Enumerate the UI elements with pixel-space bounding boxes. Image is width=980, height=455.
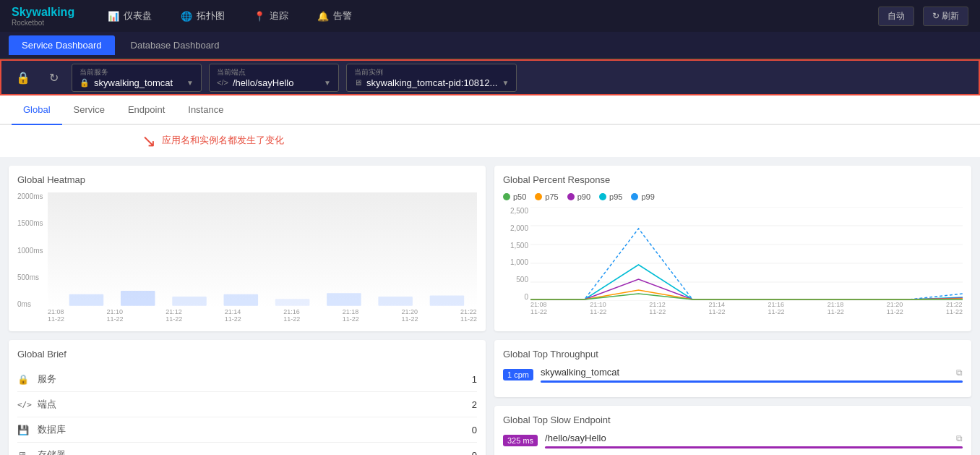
tab-database-dashboard[interactable]: Database Dashboard [118,35,233,55]
endpoint-value: /hello/sayHello [233,77,294,88]
chart-y-1500: 1,500 [503,242,528,250]
legend-p99-label: p99 [641,192,654,201]
brief-title: Global Brief [17,349,477,360]
heatmap-x-7: 21:2211-22 [460,308,477,323]
chart-x-4: 21:1611-22 [768,301,785,315]
tab-global[interactable]: Global [12,95,62,125]
instance-chevron-icon: ▼ [502,79,509,87]
refresh-button[interactable]: ↻ 刷新 [923,7,968,26]
nav-alarm[interactable]: 🔔 告警 [306,5,364,27]
brief-service-label: 服务 [38,373,472,386]
legend-p95: p95 [599,192,622,201]
lock-icon-btn[interactable]: 🔒 [10,68,36,88]
main-tabs: Global Service Endpoint Instance [0,95,980,125]
tab-endpoint[interactable]: Endpoint [116,95,176,125]
chart-y-1000: 1,000 [503,258,528,266]
chart-y-2500: 2,500 [503,207,528,215]
service-value-row: 🔒 skywalking_tomcat ▼ [79,77,194,88]
nav-dashboard[interactable]: 📊 仪表盘 [96,5,163,27]
trace-icon: 📍 [254,11,265,22]
tab-instance[interactable]: Instance [176,95,235,125]
service-label: 当前服务 [79,67,194,77]
legend-p90-label: p90 [577,192,590,201]
tab-service[interactable]: Service [62,95,116,125]
chart-legend: p50 p75 p90 p95 p99 [503,192,963,201]
percent-response-chart-area: 2,500 2,000 1,500 1,000 500 0 [503,207,963,315]
brief-endpoint-icon: </> [17,400,32,409]
heatmap-x-4: 21:1611-22 [283,308,300,323]
heatmap-x-1: 21:1011-22 [107,308,124,323]
instance-value-row: 🖥 skywalking_tomcat-pid:10812... ▼ [354,77,509,88]
chart-y-2000: 2,000 [503,224,528,232]
dashboard-tab-bar: Service Dashboard Database Dashboard [0,32,980,59]
chart-x-3: 21:1411-22 [708,301,725,315]
service-chevron-icon: ▼ [186,79,194,87]
chart-y-labels: 2,500 2,000 1,500 1,000 500 0 [503,207,528,301]
heatmap-y-1500: 1500ms [17,219,46,227]
throughput-name-0: skywalking_tomcat [541,367,956,378]
annotation-text: 应用名和实例名都发生了变化 [162,134,284,147]
nav-items: 📊 仪表盘 🌐 拓扑图 📍 追踪 🔔 告警 [96,5,878,27]
slow-bar-fill-0 [545,446,963,448]
chart-y-0: 0 [503,293,528,301]
slow-item-0: 325 ms /hello/sayHello ⧉ [503,433,963,448]
legend-p99: p99 [631,192,654,201]
heatmap-title: Global Heatmap [17,174,477,185]
heatmap-x-2: 21:1211-22 [166,308,182,323]
topology-icon: 🌐 [181,11,192,22]
endpoint-selector[interactable]: 当前端点 </> /hello/sayHello ▼ [209,64,339,92]
refresh-filter-icon-btn[interactable]: ↻ [43,68,64,88]
slow-bar-bg-0 [545,446,963,448]
global-brief-panel: Global Brief 🔒 服务 1 </> 端点 2 💾 数据库 0 🖥 存… [9,340,486,455]
brief-storage-icon: 🖥 [17,450,32,456]
endpoint-label: 当前端点 [217,67,331,77]
brief-service-icon: 🔒 [17,374,32,385]
brief-database-count: 0 [472,425,477,435]
legend-p50-dot [503,193,510,200]
instance-selector[interactable]: 当前实例 🖥 skywalking_tomcat-pid:10812... ▼ [346,64,517,92]
instance-label: 当前实例 [354,67,509,77]
throughput-bar-fill-0 [541,380,963,383]
copy-icon-0[interactable]: ⧉ [956,367,963,378]
alarm-icon: 🔔 [317,11,329,22]
slow-copy-icon-0[interactable]: ⧉ [956,433,963,443]
chart-x-6: 21:2011-22 [887,301,903,315]
global-top-throughput-panel: Global Top Throughput 1 cpm skywalking_t… [494,340,971,397]
nav-topology[interactable]: 🌐 拓扑图 [169,5,236,27]
endpoint-icon: </> [217,78,228,87]
nav-topology-label: 拓扑图 [197,9,225,22]
global-top-slow-endpoint-panel: Global Top Slow Endpoint 325 ms /hello/s… [494,406,971,455]
nav-trace[interactable]: 📍 追踪 [242,5,300,27]
heatmap-x-3: 21:1411-22 [225,308,241,323]
legend-p95-label: p95 [609,192,622,201]
tab-service-dashboard[interactable]: Service Dashboard [9,35,115,55]
service-selector[interactable]: 当前服务 🔒 skywalking_tomcat ▼ [72,64,202,92]
brief-service-count: 1 [472,374,477,385]
auto-button[interactable]: 自动 [878,7,914,26]
heatmap-x-0: 21:0811-22 [48,308,64,323]
brief-item-endpoint: </> 端点 2 [17,392,477,417]
legend-p90: p90 [567,192,590,201]
chart-x-7: 21:2211-22 [946,301,963,315]
throughput-bar-bg-0 [541,380,963,383]
heatmap-y-1000: 1000ms [17,247,46,255]
chart-x-0: 21:0811-22 [530,301,547,315]
svg-rect-1 [121,291,155,306]
svg-rect-5 [327,293,361,306]
nav-trace-label: 追踪 [270,9,288,22]
heatmap-y-500: 500ms [17,273,46,281]
instance-icon: 🖥 [354,78,362,87]
brief-storage-label: 存储器 [38,448,472,455]
svg-rect-3 [224,294,259,306]
chart-x-labels: 21:0811-22 21:1011-22 21:1211-22 21:1411… [530,301,963,315]
endpoint-value-row: </> /hello/sayHello ▼ [217,77,331,88]
heatmap-y-0: 0ms [17,300,46,308]
chart-x-2: 21:1211-22 [649,301,666,315]
brief-database-label: 数据库 [38,423,472,436]
legend-p50-label: p50 [513,192,526,201]
svg-rect-4 [275,299,310,306]
heatmap-x-6: 21:2011-22 [401,308,418,323]
annotation-area: ↘ 应用名和实例名都发生了变化 [0,125,980,157]
top-nav: Skywalking Rocketbot 📊 仪表盘 🌐 拓扑图 📍 追踪 🔔 … [0,0,980,32]
service-value: skywalking_tomcat [94,77,173,88]
